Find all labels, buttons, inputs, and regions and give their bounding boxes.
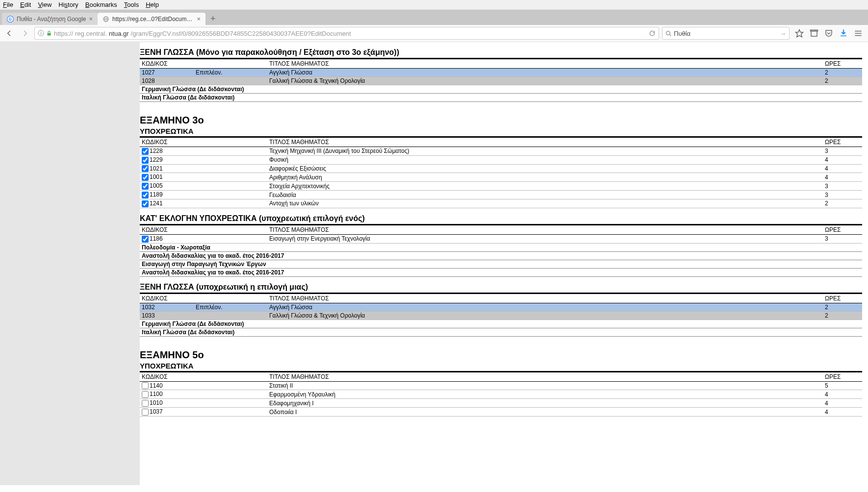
course-checkbox[interactable] xyxy=(142,409,149,416)
svg-rect-5 xyxy=(48,33,51,36)
col-hours: ΩΡΕΣ xyxy=(823,59,862,69)
close-icon[interactable]: × xyxy=(197,15,201,23)
library-icon[interactable] xyxy=(809,28,819,38)
col-code: ΚΩΔΙΚΟΣ xyxy=(140,138,194,147)
menu-edit[interactable]: Edit xyxy=(20,1,31,8)
col-code: ΚΩΔΙΚΟΣ xyxy=(140,225,194,234)
note-row: Ιταλική Γλώσσα (Δε διδάσκονται) xyxy=(140,94,862,102)
mandatory-heading: ΥΠΟΧΡΕΩΤΙΚΑ xyxy=(140,361,862,372)
note-row: Αναστολή διδασκαλίας για το ακαδ. έτος 2… xyxy=(140,251,862,260)
page-favicon-icon xyxy=(102,16,109,23)
table-row[interactable]: 1186 Εισαγωγή στην Ενεργειακή Τεχνολογία… xyxy=(140,234,862,243)
tab-label: Πυθία - Αναζήτηση Google xyxy=(17,16,86,23)
course-checkbox[interactable] xyxy=(142,236,149,243)
svg-rect-9 xyxy=(811,31,817,37)
note-row: Εισαγωγή στην Παραγωγή Τεχνικών Έργων xyxy=(140,260,862,268)
course-checkbox[interactable] xyxy=(142,174,149,181)
table-row[interactable]: 1010Εδαφομηχανική Ι4 xyxy=(140,399,862,408)
forward-button[interactable] xyxy=(19,27,31,40)
tab-label: https://reg.ce...0?EditDocument xyxy=(112,16,194,23)
go-icon[interactable]: → xyxy=(780,30,786,37)
navigation-bar: ⓘ https://reg.central.ntua.gr/gram/EggrC… xyxy=(0,25,868,42)
menu-view[interactable]: View xyxy=(38,1,51,8)
course-checkbox[interactable] xyxy=(142,148,149,155)
url-protocol: https:// xyxy=(54,30,73,37)
menu-history[interactable]: History xyxy=(58,1,78,8)
table-row[interactable]: 1032 Επιπλέον. Αγγλική Γλώσσα 2 xyxy=(140,303,862,311)
os-menubar: FFileile Edit View History Bookmarks Too… xyxy=(0,0,868,10)
col-title: ΤΙΤΛΟΣ ΜΑΘΗΜΑΤΟΣ xyxy=(267,59,823,69)
table-row[interactable]: 1005Στοιχεία Αρχιτεκτονικής3 xyxy=(140,182,862,191)
col-code: ΚΩΔΙΚΟΣ xyxy=(140,59,194,69)
google-favicon-icon: G xyxy=(7,16,14,23)
course-checkbox[interactable] xyxy=(142,200,149,207)
menu-help[interactable]: Help xyxy=(146,1,159,8)
svg-line-7 xyxy=(669,34,671,36)
back-button[interactable] xyxy=(3,27,16,40)
pocket-icon[interactable] xyxy=(824,28,834,38)
star-icon[interactable] xyxy=(794,28,804,38)
course-checkbox[interactable] xyxy=(142,382,149,389)
table-row[interactable]: 1001Αριθμητική Ανάλυση4 xyxy=(140,173,862,182)
menu-tools[interactable]: Tools xyxy=(124,1,139,8)
course-checkbox[interactable] xyxy=(142,400,149,407)
address-bar[interactable]: ⓘ https://reg.central.ntua.gr/gram/EggrC… xyxy=(34,27,659,40)
col-hours: ΩΡΕΣ xyxy=(823,138,862,147)
section-foreign-language-top: ΞΕΝΗ ΓΛΩΣΣΑ (Μόνο για παρακολούθηση / Εξ… xyxy=(140,46,862,59)
table-row[interactable]: 1241Αντοχή των υλικών2 xyxy=(140,199,862,208)
search-bar[interactable]: → xyxy=(662,27,790,40)
table-row[interactable]: 1021Διαφορικές Εξισώσεις4 xyxy=(140,164,862,173)
menu-bookmarks[interactable]: Bookmarks xyxy=(85,1,117,8)
elective-heading: ΚΑΤ' ΕΚΛΟΓΗΝ ΥΠΟΧΡΕΩΤΙΚΑ (υποχρεωτική επ… xyxy=(140,212,862,225)
table-foreign-top: ΚΩΔΙΚΟΣ ΤΙΤΛΟΣ ΜΑΘΗΜΑΤΟΣ ΩΡΕΣ 1027 Επιπλ… xyxy=(140,59,862,102)
course-checkbox[interactable] xyxy=(142,192,149,198)
course-checkbox[interactable] xyxy=(142,165,149,172)
note-row: Γερμανική Γλώσσα (Δε διδάσκονται) xyxy=(140,85,862,94)
svg-point-6 xyxy=(666,31,670,35)
note-row: Ιταλική Γλώσσα (Δε διδάσκονται) xyxy=(140,328,862,336)
new-tab-button[interactable]: + xyxy=(205,14,221,24)
tab-google-search[interactable]: G Πυθία - Αναζήτηση Google × xyxy=(2,13,98,25)
tab-reg-document[interactable]: https://reg.ce...0?EditDocument × xyxy=(98,13,205,25)
svg-marker-8 xyxy=(796,30,803,37)
table-row[interactable]: 1229Φυσική4 xyxy=(140,155,862,164)
table-row[interactable]: 1027 Επιπλέον. Αγγλική Γλώσσα 2 xyxy=(140,69,862,77)
table-row[interactable]: 1037Οδοποιία Ι4 xyxy=(140,408,862,417)
download-icon[interactable] xyxy=(839,28,848,38)
reload-icon[interactable] xyxy=(649,30,656,37)
table-row[interactable]: 1028 Γαλλική Γλώσσα & Τεχνική Ορολογία 2 xyxy=(140,77,862,85)
table-row[interactable]: 1033 Γαλλική Γλώσσα & Τεχνική Ορολογία 2 xyxy=(140,311,862,320)
tab-strip: G Πυθία - Αναζήτηση Google × https://reg… xyxy=(0,10,868,25)
url-host: ntua.gr xyxy=(109,30,128,37)
col-code: ΚΩΔΙΚΟΣ xyxy=(140,372,194,381)
table-row[interactable]: 1100Εφαρμοσμένη Υδραυλική4 xyxy=(140,390,862,399)
page-content: ΞΕΝΗ ΓΛΩΣΣΑ (Μόνο για παρακολούθηση / Εξ… xyxy=(140,42,868,485)
info-icon[interactable]: ⓘ xyxy=(38,29,44,38)
col-title: ΤΙΤΛΟΣ ΜΑΘΗΜΑΤΟΣ xyxy=(267,138,823,147)
sidebar-empty xyxy=(0,42,140,485)
col-hours: ΩΡΕΣ xyxy=(823,294,862,303)
menu-file[interactable]: FFileile xyxy=(3,1,13,8)
close-icon[interactable]: × xyxy=(89,15,93,23)
course-checkbox[interactable] xyxy=(142,183,149,190)
course-checkbox[interactable] xyxy=(142,391,149,398)
table-row[interactable]: 1140Στατική ΙΙ5 xyxy=(140,381,862,390)
svg-text:G: G xyxy=(9,17,12,21)
menu-icon[interactable] xyxy=(853,28,863,38)
course-checkbox[interactable] xyxy=(142,157,149,164)
svg-rect-11 xyxy=(841,36,846,37)
semester-5-heading: ΕΞΑΜΗΝΟ 5ο xyxy=(140,349,862,361)
col-title: ΤΙΤΛΟΣ ΜΑΘΗΜΑΤΟΣ xyxy=(267,294,823,303)
table-row[interactable]: 1189Γεωδαισία3 xyxy=(140,191,862,199)
table-row[interactable]: 1228Τεχνική Μηχανική ΙΙΙ (Δυναμική του Σ… xyxy=(140,147,862,156)
url-prehost: reg.central. xyxy=(75,30,107,37)
mandatory-heading: ΥΠΟΧΡΕΩΤΙΚΑ xyxy=(140,126,862,137)
table-sem3-mand: ΚΩΔΙΚΟΣ ΤΙΤΛΟΣ ΜΑΘΗΜΑΤΟΣ ΩΡΕΣ 1228Τεχνικ… xyxy=(140,137,862,208)
col-title: ΤΙΤΛΟΣ ΜΑΘΗΜΑΤΟΣ xyxy=(267,372,823,381)
search-input[interactable] xyxy=(674,30,778,37)
col-hours: ΩΡΕΣ xyxy=(823,225,862,234)
note-row: Γερμανική Γλώσσα (Δε διδάσκονται) xyxy=(140,320,862,328)
table-sem3-elect: ΚΩΔΙΚΟΣ ΤΙΤΛΟΣ ΜΑΘΗΜΑΤΟΣ ΩΡΕΣ 1186 Εισαγ… xyxy=(140,225,862,277)
note-row: Αναστολή διδασκαλίας για το ακαδ. έτος 2… xyxy=(140,268,862,276)
note-row: Πολεοδομία - Χωροταξία xyxy=(140,243,862,251)
